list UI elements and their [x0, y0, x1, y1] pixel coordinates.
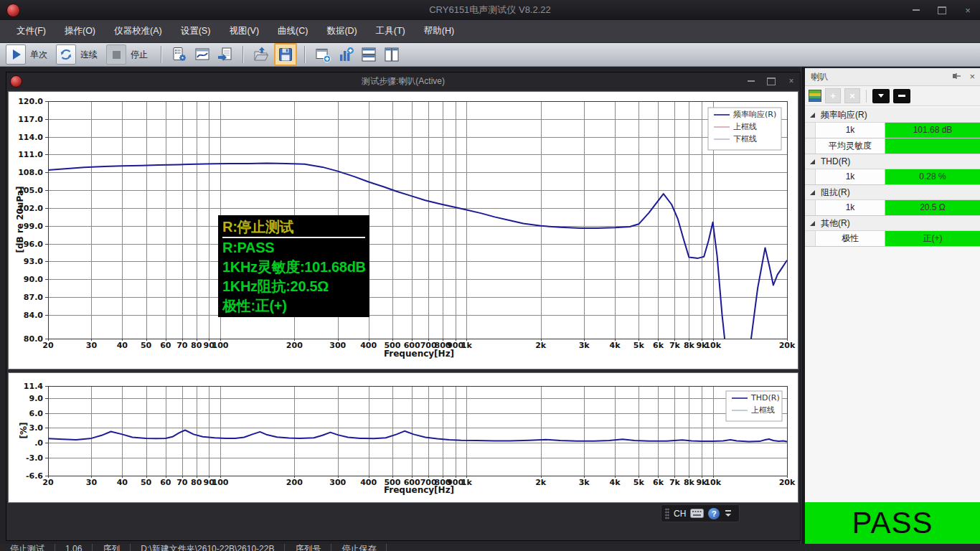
main-toolbar: 单次 连续 停止 [0, 43, 980, 67]
continuous-label: 连续 [80, 49, 98, 61]
tree-expanded-icon [810, 190, 815, 195]
result-row-label: 1k [816, 200, 885, 215]
chart-close-button[interactable]: × [786, 75, 797, 87]
ime-language-label[interactable]: CH [674, 509, 686, 519]
ime-help-icon[interactable]: ? [708, 508, 720, 519]
drag-handle-icon[interactable] [665, 508, 669, 519]
export-report-button[interactable] [215, 44, 235, 65]
svg-text:2k: 2k [535, 478, 547, 487]
menu-item[interactable]: 帮助(H) [415, 20, 463, 42]
svg-text:120.0: 120.0 [18, 97, 43, 106]
menu-item[interactable]: 曲线(C) [268, 20, 317, 42]
svg-text:7k: 7k [669, 341, 681, 350]
menu-bar: 文件(F)操作(O)仪器校准(A)设置(S)视图(V)曲线(C)数据(D)工具(… [0, 20, 980, 43]
stop-button[interactable] [106, 44, 126, 65]
result-panel: 喇叭 × + × 频率响应(R)1k101.68 dB平均灵敏度THD(R)1k… [805, 68, 980, 544]
add-item-button[interactable]: + [825, 88, 841, 103]
status-bar: 停止测试1.06序列D:\新建文件夹\2610-22B\2610-22B序列号停… [0, 544, 980, 551]
ime-options-icon[interactable] [725, 514, 731, 517]
svg-text:60: 60 [160, 341, 171, 350]
result-row-label: 1k [816, 169, 885, 184]
menu-item[interactable]: 仪器校准(A) [105, 20, 171, 42]
menu-item[interactable]: 视图(V) [220, 20, 268, 42]
menu-item[interactable]: 操作(O) [55, 20, 105, 42]
menu-item[interactable]: 数据(D) [317, 20, 366, 42]
minimize-icon [748, 80, 755, 82]
menu-item[interactable]: 设置(S) [171, 20, 220, 42]
svg-text:4k: 4k [610, 478, 621, 487]
minus-icon [898, 95, 905, 97]
result-group-header[interactable]: 频率响应(R) [805, 108, 980, 123]
annotation-line: R:停止测试 [222, 217, 365, 238]
result-row-label: 平均灵敏度 [816, 138, 885, 154]
continuous-button[interactable] [56, 44, 76, 65]
svg-text:10k: 10k [705, 341, 721, 350]
new-curve-window-button[interactable] [313, 44, 333, 65]
svg-text:70: 70 [176, 478, 188, 487]
svg-text:10k: 10k [705, 478, 721, 487]
menu-item[interactable]: 文件(F) [7, 20, 55, 42]
svg-text:30: 30 [86, 341, 98, 350]
curve-settings-button[interactable] [192, 44, 212, 65]
keyboard-icon[interactable] [690, 509, 704, 518]
result-group-header[interactable]: THD(R) [805, 154, 980, 169]
test-step-window: 测试步骤:喇叭(Active) × 120.0117.0114.0111.010… [6, 72, 801, 541]
result-row-value: 20.5 Ω [885, 200, 980, 215]
result-panel-title: 喇叭 [811, 68, 828, 85]
stop-icon [113, 51, 121, 59]
result-group-header[interactable]: 阻抗(R) [805, 185, 980, 200]
tile-horizontal-button[interactable] [359, 44, 379, 65]
collapse-all-button[interactable] [893, 89, 910, 103]
tile-vertical-button[interactable] [382, 44, 402, 65]
svg-text:400: 400 [360, 341, 377, 350]
ime-language-bar[interactable]: CH ? [661, 504, 740, 522]
ime-minimize-icon[interactable] [725, 510, 731, 512]
save-button[interactable] [274, 43, 297, 66]
svg-text:40: 40 [117, 478, 128, 487]
frequency-response-chart: 120.0117.0114.0111.0108.0105.0102.099.09… [8, 91, 798, 369]
minimize-button[interactable] [908, 4, 924, 17]
delete-item-button[interactable]: × [844, 88, 860, 103]
open-file-button[interactable] [251, 44, 271, 65]
run-once-button[interactable] [6, 44, 26, 65]
svg-text:70: 70 [176, 341, 188, 350]
status-item: 序列 [93, 544, 131, 551]
test-settings-button[interactable] [169, 44, 189, 65]
result-group-header[interactable]: 其他(R) [805, 216, 980, 231]
svg-text:3.0: 3.0 [29, 423, 44, 433]
result-panel-close-button[interactable]: × [969, 68, 975, 85]
chevron-down-icon [878, 94, 884, 98]
svg-text:108.0: 108.0 [18, 168, 43, 177]
minimize-icon [913, 9, 920, 11]
tree-expanded-icon [810, 113, 815, 118]
close-button[interactable]: × [960, 4, 976, 17]
add-chart-button[interactable] [336, 44, 356, 65]
chart-window-titlebar: 测试步骤:喇叭(Active) × [6, 72, 800, 90]
result-panel-toolbar: + × [805, 86, 980, 106]
maximize-button[interactable] [934, 4, 950, 17]
svg-text:100: 100 [212, 341, 228, 350]
result-row: 平均灵敏度 [805, 138, 980, 154]
pin-icon[interactable] [952, 72, 961, 81]
svg-text:100: 100 [212, 478, 228, 487]
new-window-icon [314, 46, 331, 63]
chart-restore-button[interactable] [765, 75, 777, 87]
chart-minimize-button[interactable] [745, 75, 757, 87]
svg-text:-6.6: -6.6 [26, 471, 43, 481]
svg-text:30: 30 [86, 478, 98, 487]
result-annotation-box: R:停止测试R:PASS1KHz灵敏度:101.68dB1KHz阻抗:20.5Ω… [218, 215, 369, 317]
expand-all-button[interactable] [872, 89, 890, 103]
application-window: CRY6151电声测试仪 V8.2.22 × 文件(F)操作(O)仪器校准(A)… [0, 0, 980, 551]
svg-text:-3.0: -3.0 [26, 453, 43, 463]
curve-layers-icon[interactable] [809, 90, 821, 102]
svg-text:下框线: 下框线 [733, 134, 757, 143]
svg-text:20: 20 [42, 341, 54, 350]
curve-window-icon [194, 46, 211, 63]
result-row-value: 0.28 % [885, 169, 980, 184]
svg-text:5k: 5k [633, 341, 645, 350]
menu-item[interactable]: 工具(T) [367, 20, 415, 42]
svg-text:300: 300 [329, 478, 346, 487]
thd-plot: 11.49.06.03.0.0-3.0-6.620304050607080901… [9, 373, 798, 502]
svg-text:50: 50 [141, 478, 152, 487]
toolbar-separator [161, 46, 162, 63]
